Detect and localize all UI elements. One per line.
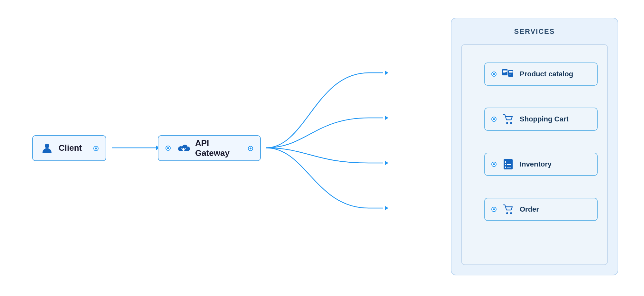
gateway-left-dot	[166, 146, 171, 151]
order-label: Order	[520, 205, 539, 214]
services-inner: Product catalog Shopping Cart	[461, 44, 608, 265]
services-container: SERVICES Prod	[451, 18, 618, 275]
client-label: Client	[59, 143, 82, 153]
svg-marker-6	[385, 116, 388, 120]
service-inventory: Inventory	[484, 153, 598, 176]
svg-rect-16	[509, 71, 513, 72]
services-title: SERVICES	[514, 27, 555, 36]
svg-rect-23	[507, 162, 511, 162]
gateway-label: API Gateway	[195, 138, 243, 158]
svg-point-10	[45, 144, 49, 148]
client-node: Client	[32, 135, 106, 161]
svg-rect-27	[507, 167, 511, 167]
svg-marker-8	[385, 206, 388, 210]
svg-point-20	[510, 122, 512, 124]
document-icon	[501, 67, 515, 81]
svg-marker-5	[385, 71, 388, 75]
svg-rect-25	[507, 164, 511, 165]
shopping-cart-label: Shopping Cart	[520, 115, 569, 123]
svg-rect-24	[505, 164, 506, 165]
svg-marker-7	[385, 161, 388, 165]
svg-point-29	[510, 212, 512, 214]
svg-rect-17	[509, 72, 513, 73]
diagram-container: Client API Gateway SERVICES	[0, 0, 644, 296]
person-icon	[40, 141, 54, 155]
svg-rect-12	[503, 70, 507, 71]
client-right-dot	[93, 145, 99, 151]
svg-rect-22	[505, 161, 506, 163]
product-catalog-dot	[491, 72, 497, 77]
svg-point-28	[506, 212, 508, 214]
cart-icon	[501, 112, 515, 126]
list-icon	[501, 157, 515, 171]
order-dot	[491, 207, 497, 212]
service-order: Order	[484, 198, 598, 221]
inventory-label: Inventory	[520, 160, 552, 168]
product-catalog-label: Product catalog	[520, 70, 573, 78]
service-product-catalog: Product catalog	[484, 62, 598, 86]
order-cart-icon	[501, 202, 515, 216]
svg-rect-14	[503, 72, 506, 73]
svg-rect-26	[505, 167, 506, 168]
svg-point-19	[506, 122, 508, 124]
service-shopping-cart: Shopping Cart	[484, 108, 598, 131]
svg-rect-13	[503, 71, 507, 72]
gateway-node: API Gateway	[158, 135, 261, 161]
shopping-cart-dot	[491, 117, 497, 122]
gateway-right-dot	[248, 145, 253, 151]
inventory-dot	[491, 162, 497, 167]
svg-rect-18	[509, 74, 511, 74]
cloud-icon	[176, 141, 191, 155]
